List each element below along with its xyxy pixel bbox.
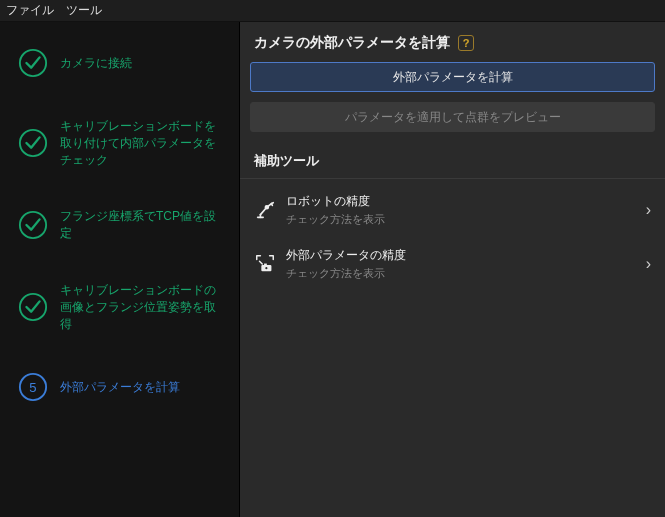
step-label: カメラに接続 bbox=[60, 55, 132, 72]
preview-pointcloud-button[interactable]: パラメータを適用して点群をプレビュー bbox=[250, 102, 655, 132]
menu-file[interactable]: ファイル bbox=[6, 2, 54, 19]
calc-extrinsics-button[interactable]: 外部パラメータを計算 bbox=[250, 62, 655, 92]
main-header: カメラの外部パラメータを計算 ? bbox=[240, 22, 665, 62]
svg-point-8 bbox=[265, 266, 269, 270]
step-label: キャリブレーションボードを取り付けて内部パラメータをチェック bbox=[60, 118, 221, 168]
step-2[interactable]: キャリブレーションボードを取り付けて内部パラメータをチェック bbox=[0, 98, 239, 188]
menubar: ファイル ツール bbox=[0, 0, 665, 22]
svg-point-2 bbox=[20, 212, 46, 238]
chevron-right-icon: › bbox=[646, 255, 651, 273]
svg-point-1 bbox=[20, 130, 46, 156]
robot-arm-icon bbox=[254, 199, 276, 221]
menu-tools[interactable]: ツール bbox=[66, 2, 102, 19]
sidebar: カメラに接続 キャリブレーションボードを取り付けて内部パラメータをチェック フラ… bbox=[0, 22, 240, 517]
tool-subtitle: チェック方法を表示 bbox=[286, 212, 636, 227]
tool-title: ロボットの精度 bbox=[286, 193, 636, 210]
chevron-right-icon: › bbox=[646, 201, 651, 219]
check-circle-icon bbox=[18, 48, 48, 78]
main-title: カメラの外部パラメータを計算 bbox=[254, 34, 450, 52]
svg-point-0 bbox=[20, 50, 46, 76]
main-panel: カメラの外部パラメータを計算 ? 外部パラメータを計算 パラメータを適用して点群… bbox=[240, 22, 665, 517]
svg-point-3 bbox=[20, 294, 46, 320]
step-label: 外部パラメータを計算 bbox=[60, 379, 180, 396]
help-icon[interactable]: ? bbox=[458, 35, 474, 51]
tool-robot-accuracy[interactable]: ロボットの精度 チェック方法を表示 › bbox=[240, 183, 665, 237]
step-3[interactable]: フランジ座標系でTCP値を設定 bbox=[0, 188, 239, 262]
check-circle-icon bbox=[18, 292, 48, 322]
aux-tools-header: 補助ツール bbox=[240, 138, 665, 179]
tool-extrinsic-accuracy[interactable]: 外部パラメータの精度 チェック方法を表示 › bbox=[240, 237, 665, 291]
camera-target-icon bbox=[254, 253, 276, 275]
step-4[interactable]: キャリブレーションボードの画像とフランジ位置姿勢を取得 bbox=[0, 262, 239, 352]
current-step-icon: 5 bbox=[18, 372, 48, 402]
step-1[interactable]: カメラに接続 bbox=[0, 28, 239, 98]
tool-title: 外部パラメータの精度 bbox=[286, 247, 636, 264]
step-label: キャリブレーションボードの画像とフランジ位置姿勢を取得 bbox=[60, 282, 221, 332]
tool-subtitle: チェック方法を表示 bbox=[286, 266, 636, 281]
svg-text:5: 5 bbox=[29, 380, 36, 395]
check-circle-icon bbox=[18, 128, 48, 158]
svg-rect-9 bbox=[264, 264, 267, 266]
step-5[interactable]: 5 外部パラメータを計算 bbox=[0, 352, 239, 422]
step-label: フランジ座標系でTCP値を設定 bbox=[60, 208, 221, 242]
check-circle-icon bbox=[18, 210, 48, 240]
